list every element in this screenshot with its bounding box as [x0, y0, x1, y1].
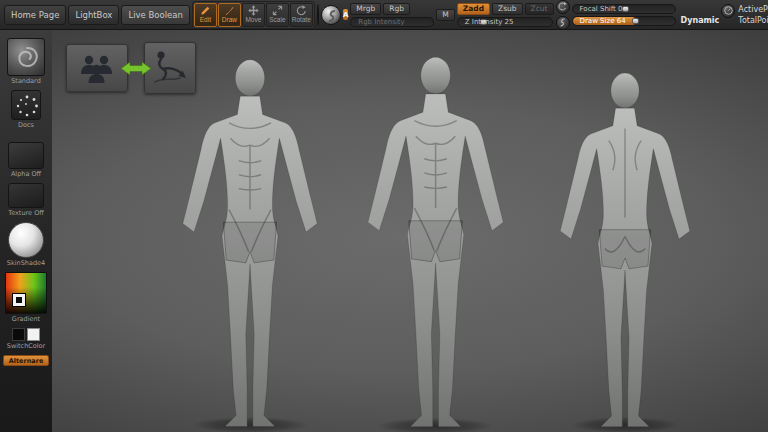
s-curve-icon	[557, 17, 568, 28]
zbrush-app-button[interactable]	[144, 42, 196, 94]
edit-button[interactable]: Edit	[194, 3, 217, 27]
scale-button[interactable]: Scale	[266, 3, 289, 27]
total-points-value: TotalPoints: 16.786 Mil	[738, 15, 768, 26]
color-swatch-chip[interactable]: A	[343, 9, 348, 20]
zsub-button[interactable]: Zsub	[492, 3, 523, 15]
edit-label: Edit	[200, 17, 211, 24]
current-brush-preview[interactable]	[317, 4, 319, 26]
z-intensity-label: Z Intensity 25	[458, 18, 552, 26]
alternate-button[interactable]: Alternare	[3, 355, 49, 366]
m-button[interactable]: M	[436, 9, 454, 21]
curve-arrow-icon	[557, 1, 568, 12]
circle-toggle-icon-top[interactable]	[556, 0, 570, 14]
move-label: Move	[245, 17, 261, 24]
home-page-button[interactable]: Home Page	[4, 5, 66, 25]
lightbox-button[interactable]: LightBox	[68, 5, 119, 25]
live-boolean-button[interactable]: Live Boolean	[121, 5, 189, 25]
standard-brush-label: Standard	[11, 78, 41, 85]
size-slider-group: Focal Shift 0 Draw Size 64 Dynamic	[572, 4, 720, 26]
move-button[interactable]: Move	[242, 3, 265, 27]
docs-brush-label: Docs	[18, 122, 34, 129]
scale-arrows-icon	[272, 5, 283, 16]
texture-off-icon[interactable]	[8, 183, 44, 208]
sculpt-canvas[interactable]	[52, 30, 768, 432]
top-shelf: Home Page LightBox Live Boolean Edit Dra…	[0, 0, 768, 30]
male-figure-back-right[interactable]	[560, 73, 690, 427]
paint-mode-group: Mrgb Rgb Rgb Intensity	[350, 3, 434, 27]
material-skinshade-label: SkinShade4	[7, 260, 45, 267]
dotted-stroke-icon	[12, 91, 42, 121]
users-group-button[interactable]	[66, 44, 128, 92]
draw-size-slider[interactable]: Draw Size 64	[572, 16, 676, 26]
switch-color-icon[interactable]	[12, 328, 40, 341]
canvas-overlay-toolbar	[66, 42, 196, 94]
status-circle-icon[interactable]	[721, 4, 735, 18]
rgb-intensity-slider[interactable]: Rgb Intensity	[350, 17, 434, 27]
left-tray: Standard Docs Alpha Off Texture Off Skin…	[0, 30, 52, 432]
transform-tool-group: Edit Draw Move Scale Rotate	[192, 1, 315, 29]
color-picker-swatch[interactable]	[12, 293, 26, 307]
secondary-color-swatch[interactable]	[27, 328, 40, 341]
shelf-toggle-icons	[556, 0, 570, 30]
mrgb-button[interactable]: Mrgb	[350, 3, 381, 15]
draw-pen-icon	[224, 5, 235, 16]
rotate-button[interactable]: Rotate	[290, 3, 313, 27]
primary-color-swatch[interactable]	[12, 328, 25, 341]
transfer-arrow-icon	[121, 60, 151, 77]
standard-brush-icon[interactable]	[7, 38, 45, 76]
rotate-arrow-icon	[296, 5, 307, 16]
material-sphere-icon[interactable]	[321, 5, 341, 25]
move-arrows-icon	[248, 5, 259, 16]
edit-pencil-icon	[200, 5, 211, 16]
male-figure-front-left[interactable]	[183, 60, 317, 427]
rotate-label: Rotate	[292, 17, 311, 24]
zbrush-window: Home Page LightBox Live Boolean Edit Dra…	[0, 0, 768, 432]
matcap-swirl-icon	[322, 6, 342, 26]
figure-shadow	[192, 417, 308, 432]
docs-brush-icon[interactable]	[11, 90, 41, 120]
figure-shadow	[571, 417, 679, 432]
rgb-intensity-label: Rgb Intensity	[351, 18, 433, 26]
zadd-button[interactable]: Zadd	[457, 3, 490, 15]
scale-label: Scale	[269, 17, 285, 24]
draw-label: Draw	[222, 17, 237, 24]
zbrush-logo-icon	[150, 48, 190, 88]
rgb-button[interactable]: Rgb	[383, 3, 410, 15]
dial-icon	[723, 5, 734, 16]
male-figure-front-center[interactable]	[368, 57, 503, 426]
points-readout: ActivePoints: 16.786 Mil TotalPoints: 16…	[721, 4, 768, 26]
alpha-off-label: Alpha Off	[11, 171, 41, 178]
active-points-value: ActivePoints: 16.786 Mil	[738, 4, 768, 15]
switch-color-label: SwitchColor	[7, 343, 45, 350]
users-group-icon	[75, 52, 119, 84]
z-intensity-slider[interactable]: Z Intensity 25	[457, 17, 553, 27]
alpha-off-icon[interactable]	[8, 142, 44, 169]
dynamic-toggle[interactable]: Dynamic	[681, 16, 720, 25]
figure-shadow	[377, 418, 493, 432]
focal-shift-label: Focal Shift 0	[573, 5, 675, 13]
brush-swirl-icon	[8, 39, 46, 77]
texture-off-label: Texture Off	[8, 210, 43, 217]
focal-shift-slider[interactable]: Focal Shift 0	[572, 4, 676, 14]
draw-button[interactable]: Draw	[218, 3, 241, 27]
zcut-button[interactable]: Zcut	[525, 3, 554, 15]
color-picker-icon[interactable]	[5, 272, 47, 314]
sculpt-mode-group: Zadd Zsub Zcut Z Intensity 25	[457, 3, 554, 27]
circle-toggle-icon-bottom[interactable]	[556, 16, 570, 30]
material-skinshade-icon[interactable]	[8, 222, 44, 258]
gradient-label: Gradient	[12, 316, 40, 323]
draw-size-label: Draw Size 64	[573, 17, 675, 25]
color-picker-inner-swatch	[16, 297, 22, 303]
